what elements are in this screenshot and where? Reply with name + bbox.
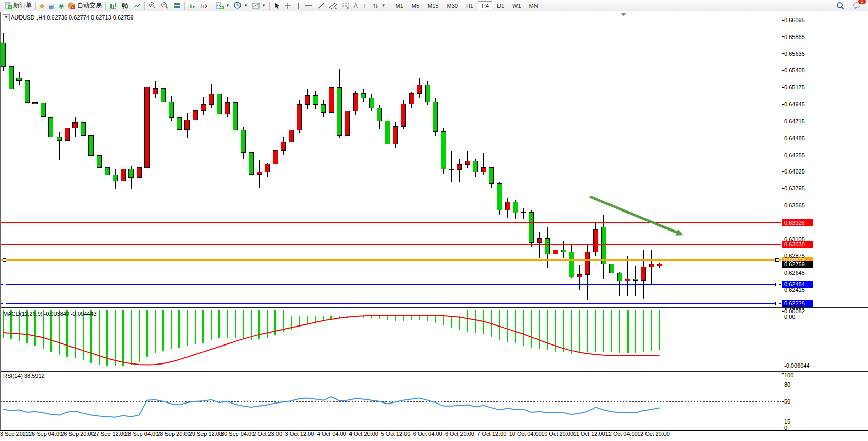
candle-down	[369, 98, 374, 108]
chart-shift-button[interactable]	[198, 1, 210, 11]
candle-up	[153, 88, 158, 94]
candle-down	[497, 184, 502, 210]
templates-button[interactable]: ▼	[250, 1, 268, 11]
zoom-out-button[interactable]	[159, 1, 171, 11]
tab-timeframe-w1[interactable]: W1	[509, 1, 525, 10]
tile-windows-icon	[173, 2, 181, 9]
search-button[interactable]	[834, 1, 846, 11]
main-toolbar: 新订单 ◆ ▤ ◉ 自动交易 ▼ ▼ ▼ E F A T ▼ M1M5M15M3…	[0, 0, 868, 11]
price-tick-label: 0.62645	[784, 270, 805, 276]
oneclick-collapse-button[interactable]: ▼	[3, 14, 10, 21]
periods-button[interactable]: ▼	[232, 1, 250, 11]
candle-up	[649, 264, 654, 267]
price-tag-label: 0.63326	[784, 220, 805, 226]
candle-up	[305, 96, 310, 105]
price-tick-label: 0.64025	[784, 168, 805, 175]
time-tick-label: 12 Oct 04:00	[605, 431, 638, 437]
candle-down	[489, 168, 494, 184]
candle-down	[321, 105, 326, 113]
tab-timeframe-mn[interactable]: MN	[526, 1, 542, 10]
candle-down	[601, 227, 606, 264]
candle-up	[121, 169, 125, 181]
candle-down	[169, 102, 174, 117]
text-tool-button[interactable]: A	[352, 1, 360, 11]
price-tag-label: 0.63030	[784, 241, 805, 247]
candle-down	[17, 78, 22, 81]
signals-button[interactable]: ◉	[57, 1, 66, 11]
line-handle[interactable]	[775, 302, 779, 305]
chart-shift-icon	[200, 2, 208, 9]
candle-up	[521, 213, 526, 213]
line-handle[interactable]	[3, 283, 6, 286]
rsi-axis-label: 50	[784, 398, 790, 405]
tab-timeframe-d1[interactable]: D1	[493, 1, 508, 10]
notifications-button[interactable]: 1	[851, 1, 863, 11]
fibonacci-tool-button[interactable]: F	[339, 1, 352, 11]
arrows-tool-button[interactable]: ▼	[371, 1, 388, 11]
candlestick-chart-button[interactable]	[119, 1, 131, 11]
candle-up	[481, 168, 486, 172]
toolbar-separator	[35, 2, 36, 10]
line-handle[interactable]	[775, 259, 779, 262]
tab-timeframe-m5[interactable]: M5	[408, 1, 423, 10]
svg-text:F: F	[347, 7, 349, 9]
tab-timeframe-h1[interactable]: H1	[463, 1, 477, 10]
candle-down	[249, 153, 253, 174]
time-tick-label: 4 Oct 20:00	[349, 431, 378, 437]
toolbar-separator	[105, 2, 106, 10]
candle-up	[193, 110, 197, 120]
rsi-indicator-label: RSI(14) 38.5912	[3, 373, 45, 379]
svg-text:E: E	[335, 6, 337, 9]
tab-timeframe-m30[interactable]: M30	[443, 1, 461, 10]
candle-down	[633, 279, 638, 280]
chart-canvas[interactable]: 0.633260.630300.628170.624840.622260.627…	[0, 0, 868, 441]
time-tick-label: 23 Sep 2022	[0, 431, 29, 437]
hline-tool-button[interactable]	[303, 1, 315, 11]
line-handle[interactable]	[3, 259, 6, 262]
bar-chart-button[interactable]	[107, 1, 119, 11]
line-chart-button[interactable]	[131, 1, 143, 11]
toolbar-separator	[390, 2, 390, 10]
tab-timeframe-m15[interactable]: M15	[424, 1, 442, 10]
candle-down	[1, 43, 6, 67]
candle-down	[610, 264, 614, 273]
bar-chart-icon	[109, 2, 117, 9]
candle-down	[113, 175, 118, 181]
rsi-axis-label: 0	[784, 425, 787, 431]
channel-tool-button[interactable]: E	[327, 1, 339, 11]
autotrading-label: 自动交易	[77, 1, 102, 10]
market-watch-icon: ▤	[48, 3, 54, 9]
auto-scroll-button[interactable]	[187, 1, 198, 11]
fibonacci-icon: F	[341, 2, 349, 9]
rsi-axis-label: 15	[784, 418, 790, 425]
price-tick-label: 0.64485	[784, 135, 805, 141]
cursor-tool-button[interactable]	[271, 1, 282, 11]
styler-button[interactable]: ◆	[38, 1, 46, 11]
time-tick-label: 12 Oct 20:00	[637, 431, 670, 437]
tile-windows-button[interactable]	[171, 1, 183, 11]
new-order-icon	[4, 2, 12, 9]
market-watch-button[interactable]: ▤	[46, 1, 56, 11]
macd-axis-label: 0.00	[784, 314, 795, 320]
text-label-tool-button[interactable]: T	[360, 1, 371, 11]
tab-timeframe-h4[interactable]: H4	[478, 1, 492, 10]
candle-up	[185, 120, 190, 130]
zoom-in-button[interactable]	[146, 1, 159, 11]
tab-timeframe-m1[interactable]: M1	[392, 1, 407, 10]
vline-tool-button[interactable]	[293, 1, 303, 11]
dropdown-caret-icon: ▼	[262, 3, 266, 8]
candle-up	[33, 103, 38, 104]
candle-up	[257, 172, 262, 174]
new-order-button[interactable]: 新订单	[2, 1, 34, 11]
new-chart-button[interactable]: ▼	[214, 1, 232, 11]
auto-scroll-icon	[189, 2, 196, 9]
line-handle[interactable]	[775, 283, 779, 286]
candle-down	[561, 250, 566, 252]
candle-up	[401, 104, 406, 126]
autotrading-button[interactable]: 自动交易	[66, 1, 104, 11]
candle-up	[553, 250, 558, 254]
candle-down	[9, 67, 13, 89]
trendline-tool-button[interactable]	[315, 1, 327, 11]
crosshair-tool-button[interactable]	[282, 1, 293, 11]
line-handle[interactable]	[3, 302, 6, 305]
